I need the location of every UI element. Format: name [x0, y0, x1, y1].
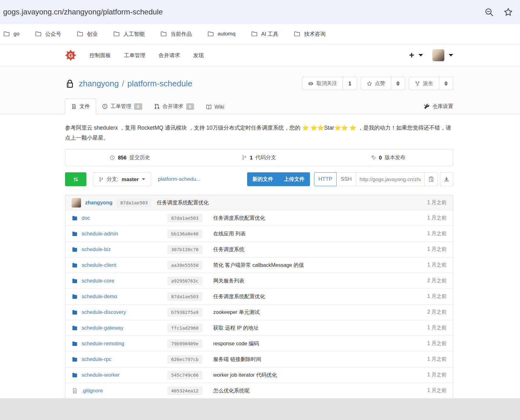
file-name-link[interactable]: schedule-biz: [82, 246, 111, 252]
bookmark-folder[interactable]: go: [3, 30, 19, 37]
watch-count[interactable]: 1: [343, 77, 356, 90]
file-name-link[interactable]: doc: [82, 215, 90, 221]
file-name-link[interactable]: schedule-client: [82, 262, 116, 268]
branches-stat[interactable]: 1 代码分支: [194, 149, 323, 166]
folder-icon: [251, 30, 258, 37]
bookmark-folder[interactable]: 当前作品: [160, 30, 192, 38]
commit-message: 简化 客户端异常 callbackMessage 的值: [212, 262, 427, 269]
file-name-link[interactable]: schedule-rpc: [82, 356, 111, 362]
commit-hash-badge[interactable]: a92950763c: [167, 277, 202, 285]
folder-icon: [35, 30, 42, 37]
folder-icon: [72, 372, 78, 378]
file-name-link[interactable]: schedule-admin: [82, 231, 118, 237]
tab-files[interactable]: 文件: [65, 99, 96, 114]
ssh-protocol-button[interactable]: SSH: [337, 172, 356, 186]
commit-hash-badge[interactable]: 626ec797cb: [167, 355, 202, 364]
commit-age: 1 月之前: [427, 356, 453, 363]
bookmark-folder[interactable]: 技术咨询: [294, 30, 325, 38]
user-avatar[interactable]: [432, 49, 444, 61]
user-menu-caret-icon[interactable]: [449, 54, 453, 57]
watch-button[interactable]: 取消关注 1: [302, 77, 357, 90]
releases-stat[interactable]: 0 版本发布: [324, 149, 453, 166]
gogs-navbar: G 控制面板 工单管理 合并请求 发现 +: [0, 44, 520, 67]
file-name-link[interactable]: schedule-core: [82, 278, 114, 284]
fork-count[interactable]: 0: [439, 77, 453, 90]
copy-clone-url-button[interactable]: [425, 172, 438, 186]
commit-hash-badge[interactable]: 87da1ae503: [167, 214, 202, 223]
create-new-caret-icon[interactable]: [419, 54, 423, 57]
branch-icon: [242, 155, 247, 160]
repo-owner-link[interactable]: zhangyong: [79, 79, 119, 89]
table-row: schedule-worker 545c749c66 worker job it…: [65, 367, 453, 383]
new-file-button[interactable]: 新的文件: [247, 176, 279, 183]
nav-pulls[interactable]: 合并请求: [159, 52, 180, 59]
clone-url-input[interactable]: [356, 172, 425, 186]
compare-button[interactable]: [65, 172, 86, 186]
file-name-link[interactable]: schedule-worker: [82, 372, 120, 378]
download-icon: [444, 176, 449, 182]
commits-stat[interactable]: 856 提交历史: [65, 149, 194, 166]
bookmarks-bar: go 公众号 创业 人工智能 当前作品 automq AI 工具 技术咨询: [0, 24, 520, 44]
bookmark-folder[interactable]: 创业: [77, 30, 98, 38]
tab-issues[interactable]: 工单管理 0: [96, 99, 148, 114]
file-name-link[interactable]: schedule-demo: [82, 293, 117, 299]
branch-name: master: [122, 176, 139, 182]
table-row: schedule-client aa39e55550 简化 客户端异常 call…: [65, 257, 453, 273]
upload-file-button[interactable]: 上传文件: [279, 176, 310, 183]
repo-description: 参考阿里云 shedulerx ，复用 RocketMQ 通讯模块 ，支持 10…: [65, 123, 453, 143]
commit-hash-badge[interactable]: 87da1ae503: [116, 198, 151, 207]
browser-url-bar[interactable]: gogs.javayong.cn/zhangyong/platform-sche…: [0, 0, 520, 24]
commit-author-link[interactable]: zhangyong: [85, 200, 112, 206]
table-row: schedule-gateway ffc1ad2960 获取 远程 IP 的地址…: [65, 320, 453, 336]
commit-message: 获取 远程 IP 的地址: [212, 325, 427, 331]
commit-hash-badge[interactable]: ffc1ad2960: [167, 324, 202, 332]
fork-button[interactable]: 派生 0: [409, 77, 453, 90]
branch-selector[interactable]: 分支: master: [93, 172, 151, 186]
file-name-link[interactable]: schedule-discovery: [82, 309, 126, 315]
commit-hash-badge[interactable]: 87da1ae503: [167, 292, 202, 301]
tab-pulls[interactable]: 合并请求 0: [148, 99, 200, 114]
table-row: schedule-core a92950763c 网关服务列表 2 月之前: [65, 273, 453, 288]
bookmark-folder[interactable]: 公众号: [35, 30, 61, 38]
table-row: schedule-biz 307b120c78 任务调度系统 1 月之前: [65, 241, 453, 257]
star-button[interactable]: 点赞 0: [361, 77, 405, 90]
file-name-link[interactable]: schedule-remoting: [82, 341, 124, 347]
tab-repo-settings[interactable]: 仓库设置: [424, 99, 453, 114]
url-text[interactable]: gogs.javayong.cn/zhangyong/platform-sche…: [3, 8, 475, 16]
file-name-link[interactable]: schedule-gateway: [82, 325, 123, 331]
eye-icon: [308, 81, 313, 86]
commit-hash-badge[interactable]: 79b998409e: [167, 339, 202, 348]
commit-age: 1 月之前: [427, 372, 453, 378]
fork-label: 派生: [423, 80, 433, 87]
commit-hash-badge[interactable]: 307b120c78: [167, 245, 202, 254]
repo-name-link[interactable]: platform-schedule: [127, 79, 192, 89]
commit-age: 1 月之前: [427, 340, 453, 347]
star-label: 点赞: [375, 80, 385, 87]
gogs-logo-icon[interactable]: G: [65, 50, 76, 61]
star-count[interactable]: 0: [391, 77, 405, 90]
tab-wiki[interactable]: Wiki: [200, 100, 230, 114]
commit-hash-badge[interactable]: aa39e55550: [167, 261, 202, 270]
commit-hash-badge[interactable]: 405324ea12: [167, 386, 202, 395]
download-button[interactable]: [440, 172, 453, 186]
folder-icon: [207, 30, 214, 37]
bookmark-folder[interactable]: automq: [207, 30, 236, 37]
commit-hash-badge[interactable]: bb136a8e40: [167, 229, 202, 238]
commit-hash-badge[interactable]: b79382f5a9: [167, 308, 202, 317]
fork-icon: [415, 81, 420, 86]
bookmark-folder[interactable]: AI 工具: [251, 30, 279, 38]
create-new-button[interactable]: +: [409, 51, 414, 60]
repo-path-link[interactable]: platform-schedu...: [158, 176, 201, 182]
repo-tabs: 文件 工单管理 0 合并请求 0 Wiki 仓库设置: [65, 99, 453, 114]
nav-issues[interactable]: 工单管理: [124, 52, 145, 59]
bookmark-folder[interactable]: 人工智能: [113, 30, 145, 38]
bookmark-star-icon[interactable]: [503, 7, 513, 17]
http-protocol-button[interactable]: HTTP: [314, 172, 337, 186]
table-row: schedule-discovery b79382f5a9 zookeeper …: [65, 304, 453, 320]
commit-author-avatar[interactable]: [72, 198, 81, 207]
nav-dashboard[interactable]: 控制面板: [89, 52, 111, 59]
commit-hash-badge[interactable]: 545c749c66: [167, 371, 202, 380]
nav-explore[interactable]: 发现: [193, 52, 204, 59]
file-name-link[interactable]: .gitignore: [82, 388, 103, 394]
zoom-out-icon[interactable]: [484, 7, 494, 17]
